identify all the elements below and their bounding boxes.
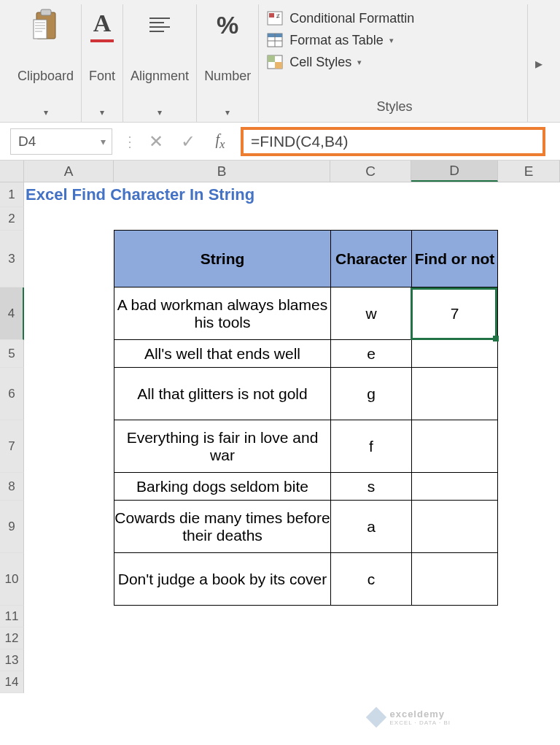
cell-styles-icon xyxy=(266,54,284,70)
spreadsheet-grid: A B C D E 1 2 3 4 5 6 7 8 9 10 11 12 13 … xyxy=(0,161,560,693)
clipboard-group[interactable]: Clipboard ▾ xyxy=(10,4,82,122)
alignment-group[interactable]: Alignment ▾ xyxy=(123,4,197,122)
row-header-11[interactable]: 11 xyxy=(0,606,24,628)
svg-rect-10 xyxy=(275,62,282,69)
cell-B9[interactable]: Cowards die many times before their deat… xyxy=(114,501,331,553)
cell-styles-button[interactable]: Cell Styles ▾ xyxy=(266,51,362,73)
row-header-8[interactable]: 8 xyxy=(0,473,24,501)
cell-C4[interactable]: w xyxy=(331,287,412,340)
name-box[interactable]: D4 xyxy=(10,128,112,155)
row-header-14[interactable]: 14 xyxy=(0,671,24,693)
styles-group: ≠ Conditional Formattin Format as Table … xyxy=(259,4,528,122)
clipboard-icon xyxy=(31,7,61,42)
cell-C8[interactable]: s xyxy=(331,473,412,501)
cell-B8[interactable]: Barking dogs seldom bite xyxy=(114,473,331,501)
format-as-table-button[interactable]: Format as Table ▾ xyxy=(266,29,394,51)
fx-button[interactable]: fx xyxy=(204,128,236,155)
watermark: exceldemy EXCEL · DATA · BI xyxy=(369,709,451,726)
row-header-9[interactable]: 9 xyxy=(0,501,24,553)
cell-B5[interactable]: All's well that ends well xyxy=(114,340,331,368)
cell-D7[interactable] xyxy=(412,420,498,473)
separator: ⋮ xyxy=(120,133,140,150)
cell-D4[interactable]: 7 xyxy=(412,287,498,340)
sheet-cells[interactable]: Excel Find Character In String String Ch… xyxy=(24,182,560,693)
cell-B7[interactable]: Everything is fair in love and war xyxy=(114,420,331,473)
cell-B10[interactable]: Don't judge a book by its cover xyxy=(114,553,331,606)
font-group[interactable]: A Font ▾ xyxy=(82,4,123,122)
dropdown-icon: ▾ xyxy=(357,58,362,67)
cell-styles-label: Cell Styles xyxy=(289,55,351,70)
cell-D10[interactable] xyxy=(412,553,498,606)
table-icon xyxy=(266,32,284,48)
cell-C9[interactable]: a xyxy=(331,501,412,553)
format-table-label: Format as Table xyxy=(289,33,384,48)
row-header-5[interactable]: 5 xyxy=(0,340,24,368)
row-header-4[interactable]: 4 xyxy=(0,287,24,340)
cell-B4[interactable]: A bad workman always blames his tools xyxy=(114,287,331,340)
column-headers: A B C D E xyxy=(0,161,560,182)
page-title: Excel Find Character In String xyxy=(26,185,254,204)
row-header-10[interactable]: 10 xyxy=(0,553,24,606)
dropdown-icon[interactable]: ▾ xyxy=(225,107,230,117)
styles-caption: Styles xyxy=(266,99,523,117)
cell-D5[interactable] xyxy=(412,340,498,368)
cell-D9[interactable] xyxy=(412,501,498,553)
alignment-icon xyxy=(147,7,173,42)
cell-D6[interactable] xyxy=(412,368,498,420)
dropdown-icon[interactable]: ▾ xyxy=(44,107,48,117)
cell-C10[interactable]: c xyxy=(331,553,412,606)
cell-C7[interactable]: f xyxy=(331,420,412,473)
col-header-B[interactable]: B xyxy=(114,161,330,182)
svg-rect-4 xyxy=(269,13,274,18)
font-icon: A xyxy=(90,7,114,42)
header-string[interactable]: String xyxy=(114,231,331,287)
formula-input[interactable]: =FIND(C4,B4) xyxy=(241,127,545,156)
font-label: Font xyxy=(89,69,115,84)
percent-icon: % xyxy=(217,7,238,42)
ribbon: Clipboard ▾ A Font ▾ Alignment ▾ % Numbe… xyxy=(0,0,560,123)
cancel-button[interactable]: ✕ xyxy=(140,128,172,155)
svg-rect-1 xyxy=(41,9,51,15)
col-header-C[interactable]: C xyxy=(330,161,411,182)
watermark-tagline: EXCEL · DATA · BI xyxy=(389,719,451,726)
cell-C6[interactable]: g xyxy=(331,368,412,420)
enter-button[interactable]: ✓ xyxy=(172,128,204,155)
dropdown-icon[interactable]: ▾ xyxy=(158,107,162,117)
row-header-13[interactable]: 13 xyxy=(0,649,24,671)
dropdown-icon: ▾ xyxy=(389,36,394,45)
svg-rect-9 xyxy=(268,55,275,62)
clipboard-label: Clipboard xyxy=(18,69,74,84)
row-headers: 1 2 3 4 5 6 7 8 9 10 11 12 13 14 xyxy=(0,182,24,693)
watermark-logo-icon xyxy=(366,707,386,727)
formula-bar: D4 ⋮ ✕ ✓ fx =FIND(C4,B4) xyxy=(0,123,560,161)
dropdown-icon[interactable]: ▾ xyxy=(100,107,104,117)
row-header-12[interactable]: 12 xyxy=(0,628,24,649)
row-header-1[interactable]: 1 xyxy=(0,182,24,207)
cell-B6[interactable]: All that glitters is not gold xyxy=(114,368,331,420)
col-header-E[interactable]: E xyxy=(498,161,560,182)
cell-D8[interactable] xyxy=(412,473,498,501)
alignment-label: Alignment xyxy=(131,69,189,84)
header-find[interactable]: Find or not xyxy=(412,231,498,287)
ribbon-overflow[interactable]: ▸ xyxy=(528,4,550,122)
conditional-format-icon: ≠ xyxy=(266,10,284,26)
row-header-2[interactable]: 2 xyxy=(0,207,24,231)
row-header-7[interactable]: 7 xyxy=(0,420,24,473)
data-table: String Character Find or not A bad workm… xyxy=(114,230,498,606)
number-group[interactable]: % Number ▾ xyxy=(197,4,259,122)
row-header-3[interactable]: 3 xyxy=(0,231,24,287)
header-character[interactable]: Character xyxy=(331,231,412,287)
select-all-corner[interactable] xyxy=(0,161,24,182)
conditional-label: Conditional Formattin xyxy=(289,11,414,26)
col-header-D[interactable]: D xyxy=(411,161,498,182)
row-header-6[interactable]: 6 xyxy=(0,368,24,420)
col-header-A[interactable]: A xyxy=(24,161,114,182)
cell-C5[interactable]: e xyxy=(331,340,412,368)
number-label: Number xyxy=(204,69,251,84)
svg-text:≠: ≠ xyxy=(276,12,280,20)
conditional-formatting-button[interactable]: ≠ Conditional Formattin xyxy=(266,7,414,29)
watermark-name: exceldemy xyxy=(389,709,451,719)
